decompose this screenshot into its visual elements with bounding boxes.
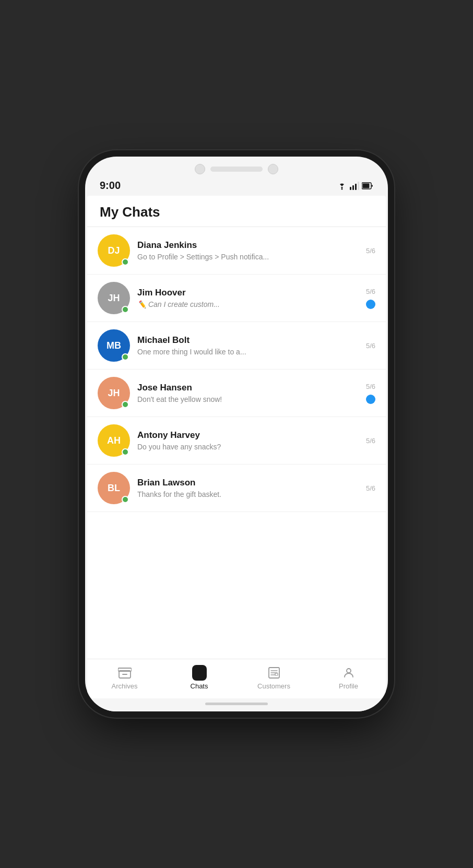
online-indicator: [122, 496, 129, 503]
chat-item-1[interactable]: DJ Diana Jenkins Go to Profile > Setting…: [87, 227, 386, 275]
chat-date: 5/6: [366, 484, 375, 492]
chat-preview: Go to Profile > Settings > Push notifica…: [137, 253, 361, 261]
bottom-nav: Archives Chats: [87, 659, 386, 698]
chat-content: Antony Harvey Do you have any snacks?: [137, 430, 361, 451]
chat-date: 5/6: [366, 437, 375, 445]
svg-point-12: [200, 672, 202, 674]
chat-item-4[interactable]: JH Jose Hansen Don't eat the yellow snow…: [87, 370, 386, 417]
nav-label-customers: Customers: [257, 682, 290, 690]
chat-meta: 5/6: [366, 437, 375, 445]
avatar-wrap: BL: [98, 472, 130, 504]
chat-name: Diana Jenkins: [137, 240, 361, 251]
chat-name: Michael Bolt: [137, 335, 361, 346]
nav-label-chats: Chats: [191, 682, 208, 690]
chat-meta: 5/6: [366, 342, 375, 350]
customers-icon: [267, 665, 281, 680]
svg-point-11: [198, 672, 200, 674]
nav-label-profile: Profile: [339, 682, 358, 690]
nav-item-profile[interactable]: Profile: [311, 665, 386, 690]
chat-date: 5/6: [366, 288, 375, 295]
chat-meta: 5/6: [366, 288, 375, 309]
avatar-wrap: AH: [98, 424, 130, 457]
chat-meta: 5/6: [366, 484, 375, 492]
online-indicator: [122, 258, 129, 266]
avatar-wrap: JH: [98, 282, 130, 314]
unread-indicator: [366, 395, 375, 404]
chats-icon: [192, 665, 207, 680]
chat-meta: 5/6: [366, 383, 375, 404]
home-indicator: [85, 698, 388, 711]
home-bar: [205, 703, 268, 705]
battery-icon: [362, 182, 373, 189]
status-icons: [337, 182, 373, 190]
nav-label-archives: Archives: [112, 682, 138, 690]
svg-point-18: [347, 669, 351, 673]
top-bar: [85, 157, 388, 177]
chat-content: Michael Bolt One more thing I would like…: [137, 335, 361, 356]
chat-name: Jose Hansen: [137, 383, 361, 393]
avatar-wrap: JH: [98, 377, 130, 409]
archives-icon: [117, 665, 132, 680]
nav-item-chats[interactable]: Chats: [162, 665, 236, 690]
unread-indicator: [366, 300, 375, 309]
chat-content: Jim Hoover ✏️ Can I create custom...: [137, 288, 361, 308]
status-time: 9:00: [100, 180, 121, 192]
chat-preview: Don't eat the yellow snow!: [137, 395, 361, 403]
notch-bar: [210, 167, 263, 172]
chat-content: Jose Hansen Don't eat the yellow snow!: [137, 383, 361, 403]
page-header: My Chats: [87, 196, 386, 227]
chat-item-2[interactable]: JH Jim Hoover ✏️ Can I create custom... …: [87, 275, 386, 322]
chat-date: 5/6: [366, 247, 375, 255]
chat-item-3[interactable]: MB Michael Bolt One more thing I would l…: [87, 322, 386, 370]
chat-date: 5/6: [366, 383, 375, 390]
svg-rect-1: [350, 187, 351, 190]
camera-sensor: [268, 164, 278, 174]
avatar-wrap: MB: [98, 329, 130, 362]
phone-shell: 9:00 My Cha: [85, 157, 388, 711]
chat-list: DJ Diana Jenkins Go to Profile > Setting…: [87, 227, 386, 659]
chat-item-6[interactable]: BL Brian Lawson Thanks for the gift bask…: [87, 465, 386, 512]
svg-rect-2: [352, 185, 354, 190]
online-indicator: [122, 401, 129, 408]
nav-item-archives[interactable]: Archives: [87, 665, 162, 690]
screen: My Chats DJ Diana Jenkins Go to Profile …: [87, 196, 386, 698]
online-indicator: [122, 306, 129, 313]
chat-date: 5/6: [366, 342, 375, 350]
nav-item-customers[interactable]: Customers: [236, 665, 311, 690]
avatar-wrap: DJ: [98, 234, 130, 267]
chat-preview: Do you have any snacks?: [137, 443, 361, 451]
camera-front: [195, 164, 205, 174]
svg-point-0: [341, 188, 343, 189]
chat-name: Antony Harvey: [137, 430, 361, 441]
signal-icon: [350, 182, 359, 190]
chat-preview: Thanks for the gift basket.: [137, 490, 361, 498]
chat-name: Jim Hoover: [137, 288, 361, 298]
chat-preview: ✏️ Can I create custom...: [137, 300, 361, 308]
online-indicator: [122, 448, 129, 456]
svg-rect-6: [363, 183, 370, 188]
chat-content: Diana Jenkins Go to Profile > Settings >…: [137, 240, 361, 261]
wifi-icon: [337, 182, 347, 190]
chat-preview: One more thing I would like to a...: [137, 348, 361, 356]
svg-point-10: [196, 672, 198, 674]
profile-icon: [341, 665, 356, 680]
svg-rect-3: [355, 184, 357, 190]
chat-name: Brian Lawson: [137, 478, 361, 488]
svg-rect-4: [358, 182, 359, 190]
page-title: My Chats: [100, 204, 373, 220]
chat-meta: 5/6: [366, 247, 375, 255]
status-bar: 9:00: [85, 177, 388, 196]
chat-item-5[interactable]: AH Antony Harvey Do you have any snacks?…: [87, 417, 386, 465]
svg-rect-17: [275, 673, 278, 675]
online-indicator: [122, 353, 129, 361]
chat-content: Brian Lawson Thanks for the gift basket.: [137, 478, 361, 498]
